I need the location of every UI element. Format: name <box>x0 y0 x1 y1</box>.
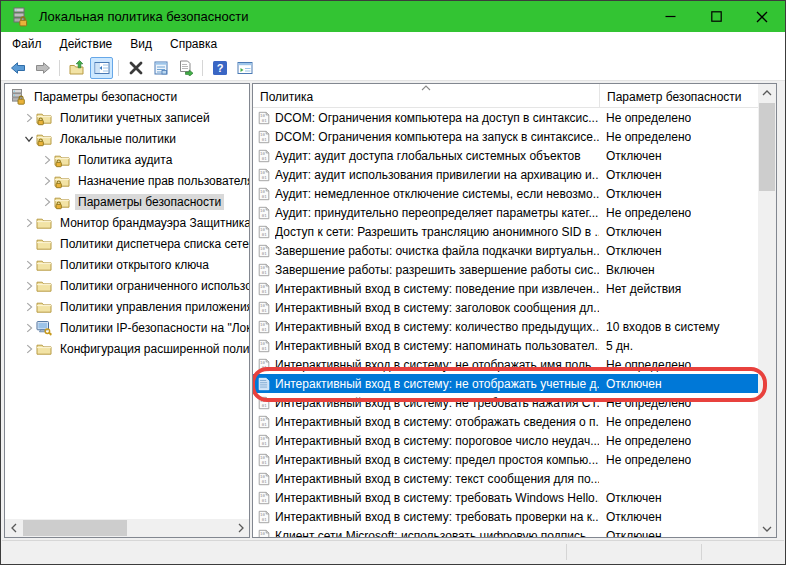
policy-row[interactable]: Интерактивный вход в систему: требовать … <box>253 488 758 507</box>
policy-row[interactable]: Интерактивный вход в систему: не отображ… <box>253 355 758 374</box>
chevron-right-icon[interactable] <box>40 173 54 189</box>
policy-row[interactable]: Интерактивный вход в систему: поведение … <box>253 279 758 298</box>
delete-button[interactable] <box>124 57 147 79</box>
tree-item[interactable]: Политики IP-безопасности на "Лока <box>5 317 249 338</box>
policy-row[interactable]: Аудит: принудительно переопределяет пара… <box>253 203 758 222</box>
properties-button[interactable] <box>149 57 172 79</box>
policy-name: Интерактивный вход в систему: предел про… <box>275 453 599 467</box>
policy-row[interactable]: Интерактивный вход в систему: заголовок … <box>253 298 758 317</box>
policy-row[interactable]: Доступ к сети: Разрешить трансляцию анон… <box>253 222 758 241</box>
security-setting-value: Отключен <box>599 149 662 163</box>
tree-item[interactable]: Политики ограниченного использо <box>5 275 249 296</box>
security-setting-value: Отключен <box>599 187 662 201</box>
policy-row[interactable]: Завершение работы: очистка файла подкачк… <box>253 241 758 260</box>
chevron-right-icon[interactable] <box>22 110 36 126</box>
tree-item-label: Назначение прав пользователя <box>75 173 249 189</box>
export-list-icon <box>178 60 194 76</box>
scrollbar-track[interactable] <box>22 519 232 537</box>
chevron-right-icon[interactable] <box>22 341 36 357</box>
tree-item[interactable]: Политика аудита <box>5 149 249 170</box>
policy-document-icon <box>257 263 271 277</box>
tree-item[interactable]: Параметры безопасности <box>5 191 249 212</box>
chevron-right-icon[interactable] <box>22 320 36 336</box>
security-setting-value: Отключен <box>599 168 662 182</box>
help-button[interactable] <box>208 57 231 79</box>
chevron-right-icon[interactable] <box>40 194 54 210</box>
menu-item-0[interactable]: Файл <box>3 34 51 54</box>
folder-icon <box>36 278 52 294</box>
forward-button[interactable] <box>31 57 54 79</box>
minimize-button[interactable] <box>647 1 693 32</box>
tree-item[interactable]: Конфигурация расширенной полит <box>5 338 249 359</box>
expander-spacer <box>22 236 36 252</box>
tree-horizontal-scrollbar[interactable] <box>5 519 249 537</box>
new-window-button[interactable] <box>233 57 256 79</box>
policy-row[interactable]: Интерактивный вход в систему: текст сооб… <box>253 469 758 488</box>
policy-row[interactable]: Интерактивный вход в систему: отображать… <box>253 412 758 431</box>
menu-item-3[interactable]: Справка <box>161 34 226 54</box>
chevron-right-icon[interactable] <box>40 152 54 168</box>
policy-name: Интерактивный вход в систему: напоминать… <box>275 339 599 353</box>
column-header-security-setting[interactable]: Параметр безопасности <box>599 84 748 108</box>
show-console-tree-button[interactable] <box>90 57 113 79</box>
chevron-right-icon[interactable] <box>22 257 36 273</box>
tree-item[interactable]: Политики открытого ключа <box>5 254 249 275</box>
policy-row[interactable]: DCOM: Ограничения компьютера на доступ в… <box>253 108 758 127</box>
policy-row[interactable]: Завершение работы: разрешить завершение … <box>253 260 758 279</box>
policy-name: DCOM: Ограничения компьютера на запуск в… <box>275 130 599 144</box>
policy-row[interactable]: Интерактивный вход в систему: не требова… <box>253 393 758 412</box>
list-vertical-scrollbar[interactable] <box>758 84 776 537</box>
scroll-down-arrow[interactable] <box>758 520 776 537</box>
maximize-button[interactable] <box>693 1 739 32</box>
chevron-right-icon <box>22 279 36 293</box>
scroll-left-arrow[interactable] <box>5 519 22 537</box>
policy-document-icon <box>257 168 271 182</box>
tree-item[interactable]: Политики диспетчера списка сетей <box>5 233 249 254</box>
app-icon-secpol <box>10 7 30 27</box>
policy-row[interactable]: Аудит: аудит доступа глобальных системны… <box>253 146 758 165</box>
policy-row[interactable]: Интерактивный вход в систему: количество… <box>253 317 758 336</box>
scrollbar-thumb[interactable] <box>759 103 775 191</box>
policy-document-icon <box>257 244 271 258</box>
policy-row[interactable]: Клиент сети Microsoft: использовать цифр… <box>253 526 758 537</box>
policy-row[interactable]: Аудит: аудит использования привилегии на… <box>253 165 758 184</box>
policy-name: Завершение работы: разрешить завершение … <box>275 263 599 277</box>
policy-row[interactable]: Интерактивный вход в систему: требовать … <box>253 507 758 526</box>
up-one-level-button[interactable] <box>65 57 88 79</box>
policy-name: Интерактивный вход в систему: требовать … <box>275 491 599 505</box>
scrollbar-thumb[interactable] <box>23 520 127 536</box>
policy-row[interactable]: Интерактивный вход в систему: предел про… <box>253 450 758 469</box>
policy-document-icon <box>257 434 271 448</box>
back-button[interactable] <box>6 57 29 79</box>
menu-item-2[interactable]: Вид <box>121 34 161 54</box>
tree-item[interactable]: Политики учетных записей <box>5 107 249 128</box>
tree-item[interactable]: Назначение прав пользователя <box>5 170 249 191</box>
policy-row[interactable]: DCOM: Ограничения компьютера на запуск в… <box>253 127 758 146</box>
policy-row[interactable]: Интерактивный вход в систему: пороговое … <box>253 431 758 450</box>
ipsec-icon <box>36 320 52 336</box>
new-window-icon <box>237 60 253 76</box>
export-list-button[interactable] <box>174 57 197 79</box>
policy-row[interactable]: Интерактивный вход в систему: напоминать… <box>253 336 758 355</box>
chevron-right-icon[interactable] <box>22 215 36 231</box>
close-button[interactable] <box>739 1 785 32</box>
chevron-right-icon[interactable] <box>22 299 36 315</box>
security-setting-value: Включен <box>599 263 655 277</box>
column-header-policy[interactable]: Политика <box>253 84 599 108</box>
tree-item[interactable]: Параметры безопасности <box>5 86 249 107</box>
scroll-right-arrow[interactable] <box>232 519 249 537</box>
chevron-down-icon <box>762 525 772 533</box>
tree-item[interactable]: Монитор брандмауэра Защитника W <box>5 212 249 233</box>
tree-item[interactable]: Политики управления приложения <box>5 296 249 317</box>
policy-name: Интерактивный вход в систему: текст сооб… <box>275 472 599 486</box>
policy-row[interactable]: Аудит: немедленное отключение системы, е… <box>253 184 758 203</box>
security-setting-value: Не определено <box>599 358 691 372</box>
title-bar[interactable]: Локальная политика безопасности <box>1 1 785 32</box>
chevron-down-icon[interactable] <box>22 131 36 147</box>
menu-item-1[interactable]: Действие <box>51 34 122 54</box>
policy-document-icon <box>257 282 271 296</box>
policy-row[interactable]: Интерактивный вход в систему: не отображ… <box>253 374 758 393</box>
chevron-right-icon[interactable] <box>22 278 36 294</box>
scroll-up-arrow[interactable] <box>758 84 776 101</box>
tree-item[interactable]: Локальные политики <box>5 128 249 149</box>
